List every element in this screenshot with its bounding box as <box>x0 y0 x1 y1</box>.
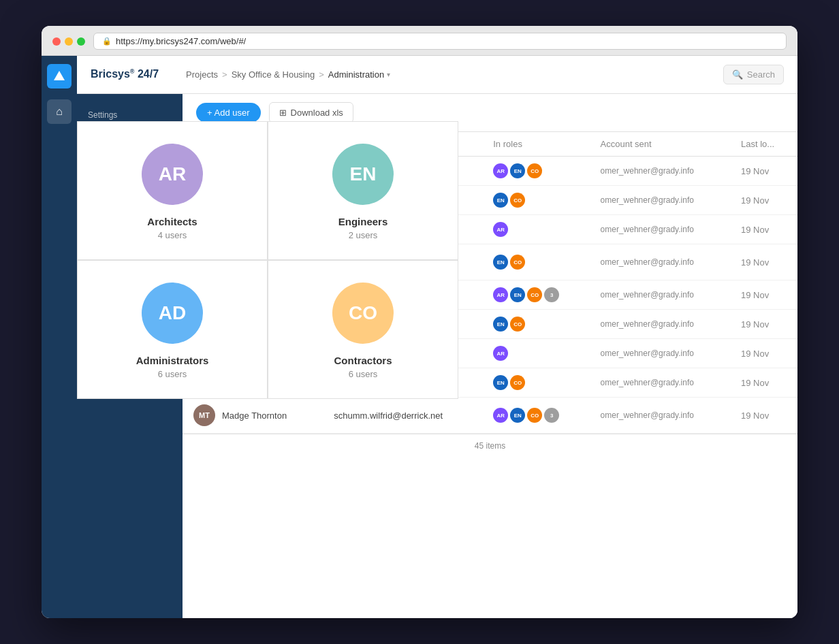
role-badge-en: EN <box>510 287 525 302</box>
user-roles: ARENCO <box>482 157 589 186</box>
download-button[interactable]: ⊞ Download xls <box>269 102 353 123</box>
breadcrumb-sep2: > <box>319 69 324 80</box>
minimize-button[interactable] <box>65 37 73 46</box>
last-login: 19 Nov <box>730 186 797 215</box>
user-email: schumm.wilfrid@derrick.net <box>323 398 482 434</box>
role-badge-en: EN <box>493 317 508 332</box>
page-body: Settings Setup Administrators Address ⊗ … <box>77 94 797 618</box>
role-card-co[interactable]: COContractors6 users <box>268 260 458 399</box>
top-nav: Bricsys® 24/7 Projects > Sky Office & Ho… <box>77 56 797 94</box>
col-account-sent[interactable]: Account sent <box>590 132 731 157</box>
address-bar[interactable]: 🔒 https://my.bricsys247.com/web/#/ <box>93 33 787 50</box>
account-sent: omer_wehner@grady.info <box>590 339 731 368</box>
role-circle-ad: AD <box>142 283 203 344</box>
app-container: ⌂ Bricsys® 24/7 Projects > Sky Office & … <box>42 56 797 618</box>
role-card-ad[interactable]: ADAdministrators6 users <box>77 260 268 399</box>
role-badge-co: CO <box>510 255 525 270</box>
add-user-button[interactable]: + Add user <box>196 103 261 123</box>
role-card-en[interactable]: ENEngineers2 users <box>268 121 458 260</box>
role-card-count: 4 users <box>158 230 187 240</box>
home-icon: ⌂ <box>56 106 63 118</box>
role-card-count: 2 users <box>349 230 378 240</box>
role-badge-ar: AR <box>493 222 508 237</box>
chevron-down-icon: ▾ <box>387 71 390 78</box>
user-roles: ENCO <box>482 244 589 280</box>
role-card-name: Contractors <box>334 355 392 366</box>
role-badge-ar: AR <box>493 287 508 302</box>
user-roles: ENCO <box>482 368 589 398</box>
breadcrumb-sep1: > <box>222 69 227 80</box>
role-badge-co: CO <box>527 163 542 178</box>
role-badge-co: CO <box>527 287 542 302</box>
role-badge-en: EN <box>493 375 508 390</box>
maximize-button[interactable] <box>77 37 85 46</box>
role-badge-en: EN <box>493 255 508 270</box>
role-badge-ar: AR <box>493 346 508 361</box>
role-card-ar[interactable]: ARArchitects4 users <box>77 121 268 260</box>
role-badge-3: 3 <box>544 408 559 423</box>
role-circle-en: EN <box>332 144 394 205</box>
account-sent: omer_wehner@grady.info <box>590 215 731 244</box>
last-login: 19 Nov <box>730 339 797 368</box>
user-roles: AR <box>482 215 589 244</box>
account-sent: omer_wehner@grady.info <box>590 280 731 310</box>
account-sent: omer_wehner@grady.info <box>590 310 731 339</box>
role-card-name: Engineers <box>338 216 388 227</box>
role-badge-co: CO <box>510 193 525 208</box>
role-card-count: 6 users <box>158 369 187 379</box>
role-badge-co: CO <box>510 317 525 332</box>
sidebar: ⌂ <box>42 56 77 618</box>
role-card-name: Architects <box>147 216 197 227</box>
role-circle-ar: AR <box>142 144 203 205</box>
main-content: Bricsys® 24/7 Projects > Sky Office & Ho… <box>77 56 797 618</box>
last-login: 19 Nov <box>730 368 797 398</box>
role-circle-co: CO <box>332 283 394 344</box>
col-roles[interactable]: In roles <box>482 132 589 157</box>
role-badge-co: CO <box>510 375 525 390</box>
col-last-login[interactable]: Last lo... <box>730 132 797 157</box>
cards-overlay: ARArchitects4 usersENEngineers2 usersADA… <box>77 121 458 399</box>
account-sent: omer_wehner@grady.info <box>590 186 731 215</box>
browser-window: 🔒 https://my.bricsys247.com/web/#/ ⌂ Bri… <box>42 26 797 618</box>
table-row[interactable]: MTMadge Thorntonschumm.wilfrid@derrick.n… <box>183 398 797 434</box>
browser-chrome: 🔒 https://my.bricsys247.com/web/#/ <box>42 26 797 56</box>
last-login: 19 Nov <box>730 244 797 280</box>
role-badge-co: CO <box>527 408 542 423</box>
last-login: 19 Nov <box>730 310 797 339</box>
user-roles: ARENCO3 <box>482 398 589 434</box>
last-login: 19 Nov <box>730 215 797 244</box>
role-badge-3: 3 <box>544 287 559 302</box>
role-card-count: 6 users <box>349 369 378 379</box>
download-icon: ⊞ <box>279 108 287 118</box>
user-avatar-cell: MTMadge Thornton <box>183 398 323 434</box>
user-roles: ARENCO3 <box>482 280 589 310</box>
svg-marker-0 <box>54 71 65 80</box>
lock-icon: 🔒 <box>102 37 112 46</box>
user-roles: ENCO <box>482 310 589 339</box>
account-sent: omer_wehner@grady.info <box>590 398 731 434</box>
account-sent: omer_wehner@grady.info <box>590 157 731 186</box>
user-name: Madge Thornton <box>222 410 287 421</box>
close-button[interactable] <box>52 37 61 46</box>
role-badge-en: EN <box>510 408 525 423</box>
search-box[interactable]: 🔍 Search <box>723 65 784 84</box>
last-login: 19 Nov <box>730 157 797 186</box>
search-icon: 🔍 <box>732 69 743 80</box>
account-sent: omer_wehner@grady.info <box>590 368 731 398</box>
url-text: https://my.bricsys247.com/web/#/ <box>116 36 246 46</box>
last-login: 19 Nov <box>730 398 797 434</box>
table-footer: 45 items <box>183 434 797 457</box>
brand-logo: Bricsys® 24/7 <box>91 68 159 80</box>
sidebar-item-home[interactable]: ⌂ <box>47 99 72 124</box>
role-badge-ar: AR <box>493 408 508 423</box>
role-card-name: Administrators <box>136 355 209 366</box>
breadcrumb-projects[interactable]: Projects <box>186 69 218 80</box>
traffic-lights <box>52 37 85 46</box>
last-login: 19 Nov <box>730 280 797 310</box>
role-badge-ar: AR <box>493 163 508 178</box>
breadcrumb-project[interactable]: Sky Office & Housing <box>232 69 315 80</box>
user-roles: AR <box>482 339 589 368</box>
account-sent: omer_wehner@grady.info <box>590 244 731 280</box>
role-badge-en: EN <box>493 193 508 208</box>
breadcrumb-current[interactable]: Administration ▾ <box>328 69 390 80</box>
